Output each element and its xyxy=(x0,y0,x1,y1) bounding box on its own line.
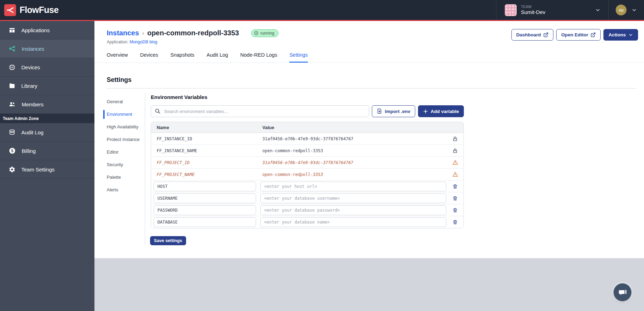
user-menu[interactable]: su xyxy=(609,0,644,20)
env-value-input[interactable] xyxy=(260,182,446,191)
env-variable-value: 31af0456-e70b-47e9-93dc-37f876764767 xyxy=(260,136,447,141)
delete-icon xyxy=(452,219,458,225)
save-settings-button[interactable]: Save settings xyxy=(150,236,186,245)
settings-nav-general[interactable]: General xyxy=(107,96,145,108)
sidebar-item-devices[interactable]: Devices xyxy=(0,58,94,77)
env-variable-row: FF_INSTANCE_NAMEopen-common-redpoll-3353 xyxy=(151,145,463,157)
document-download-icon xyxy=(377,108,382,114)
sidebar: Applications Instances Devices Library M… xyxy=(0,21,94,311)
running-status-icon xyxy=(254,31,259,35)
topbar: FlowFuse TEAM: Sumit-Dev su xyxy=(0,0,644,20)
gear-icon xyxy=(9,166,15,173)
settings-nav-security[interactable]: Security xyxy=(107,158,145,171)
team-selector[interactable]: TEAM: Sumit-Dev xyxy=(496,0,608,20)
add-variable-button[interactable]: Add variable xyxy=(418,105,464,117)
plus-icon xyxy=(423,109,428,114)
dashboard-button[interactable]: Dashboard xyxy=(511,29,554,41)
env-name-input[interactable] xyxy=(154,217,256,227)
status-badge: running xyxy=(251,29,278,37)
env-variable-row xyxy=(151,204,463,216)
external-link-icon xyxy=(590,32,596,37)
chat-widget-button[interactable] xyxy=(614,283,631,301)
breadcrumb-instances-link[interactable]: Instances xyxy=(107,29,139,37)
tab-devices[interactable]: Devices xyxy=(140,52,158,63)
team-name: Sumit-Dev xyxy=(521,9,545,15)
settings-nav-editor[interactable]: Editor xyxy=(107,146,145,158)
flowfuse-logo[interactable]: FlowFuse xyxy=(0,4,58,16)
env-variable-row xyxy=(151,192,463,204)
settings-nav: General Environment High Availability Pr… xyxy=(107,93,145,245)
delete-variable-button[interactable] xyxy=(452,219,459,226)
env-variable-value: 31af0456-e70b-47e9-93dc-37f876764767 xyxy=(260,160,447,165)
table-header: Name Value xyxy=(151,122,463,133)
settings-nav-alerts[interactable]: Alerts xyxy=(107,184,145,196)
settings-nav-high-availability[interactable]: High Availability xyxy=(107,121,145,133)
members-icon xyxy=(9,101,16,108)
env-name-input[interactable] xyxy=(154,182,256,191)
env-value-input[interactable] xyxy=(260,193,446,203)
lock-icon xyxy=(452,148,458,154)
delete-variable-button[interactable] xyxy=(452,207,459,214)
tab-overview[interactable]: Overview xyxy=(107,52,128,63)
delete-variable-button[interactable] xyxy=(452,195,459,202)
sidebar-item-audit-log[interactable]: Audit Log xyxy=(0,123,94,142)
warning-icon xyxy=(452,171,458,177)
page-title: open-common-redpoll-3353 xyxy=(147,29,239,37)
env-variables-table: Name Value FF_INSTANCE_ID31af0456-e70b-4… xyxy=(151,122,464,228)
application-label: Application: xyxy=(107,40,128,44)
sidebar-item-library[interactable]: Library xyxy=(0,77,94,95)
tab-settings[interactable]: Settings xyxy=(289,52,307,63)
delete-icon xyxy=(452,196,458,201)
env-variable-value: open-common-redpoll-3353 xyxy=(260,148,447,153)
instance-tabs: Overview Devices Snapshots Audit Log Nod… xyxy=(94,44,644,63)
sidebar-item-instances[interactable]: Instances xyxy=(0,40,94,58)
env-variable-row: FF_PROJECT_NAMEopen-common-redpoll-3353 xyxy=(151,169,463,181)
column-header-value: Value xyxy=(260,125,447,130)
settings-nav-palette[interactable]: Palette xyxy=(107,171,145,184)
import-env-button[interactable]: Import .env xyxy=(372,105,415,117)
env-value-input[interactable] xyxy=(260,205,446,215)
instances-icon xyxy=(9,45,16,52)
flowfuse-logo-icon xyxy=(4,4,16,16)
tab-snapshots[interactable]: Snapshots xyxy=(170,52,194,63)
library-folder-icon xyxy=(9,83,15,89)
env-variable-name: FF_PROJECT_NAME xyxy=(151,172,260,177)
search-input[interactable] xyxy=(151,105,369,117)
tab-node-red-logs[interactable]: Node-RED Logs xyxy=(240,52,277,63)
delete-variable-button[interactable] xyxy=(452,183,459,190)
chevron-down-icon xyxy=(628,33,633,37)
billing-icon xyxy=(9,147,16,154)
open-editor-button[interactable]: Open Editor xyxy=(556,29,601,41)
settings-nav-environment[interactable]: Environment xyxy=(107,108,145,121)
user-avatar: su xyxy=(616,5,627,15)
application-link[interactable]: MongoDB blog xyxy=(129,40,157,44)
tab-audit-log[interactable]: Audit Log xyxy=(207,52,228,63)
column-header-name: Name xyxy=(151,125,260,130)
sidebar-item-team-settings[interactable]: Team Settings xyxy=(0,160,94,179)
env-value-input[interactable] xyxy=(260,217,446,227)
env-variable-row: FF_PROJECT_ID31af0456-e70b-47e9-93dc-37f… xyxy=(151,157,463,169)
chat-icon xyxy=(618,288,627,297)
sidebar-item-applications[interactable]: Applications xyxy=(0,21,94,40)
sidebar-item-members[interactable]: Members xyxy=(0,95,94,114)
main-content: Instances › open-common-redpoll-3353 run… xyxy=(94,21,644,258)
team-avatar xyxy=(505,4,517,16)
env-variable-name: FF_PROJECT_ID xyxy=(151,160,260,165)
env-name-input[interactable] xyxy=(154,205,256,215)
team-label: TEAM: xyxy=(521,5,545,9)
env-variable-name: FF_INSTANCE_ID xyxy=(151,136,260,141)
chevron-down-icon xyxy=(631,7,637,13)
settings-heading: Settings xyxy=(107,76,644,84)
env-variable-row xyxy=(151,181,463,192)
env-name-input[interactable] xyxy=(154,193,256,203)
brand-name: FlowFuse xyxy=(20,5,58,15)
delete-icon xyxy=(452,184,458,189)
actions-button[interactable]: Actions xyxy=(603,29,638,41)
breadcrumb-separator: › xyxy=(142,30,144,37)
sidebar-item-billing[interactable]: Billing xyxy=(0,142,94,160)
team-admin-zone-label: Team Admin Zone xyxy=(0,114,94,123)
audit-log-icon xyxy=(9,129,15,136)
brand-accent-line xyxy=(0,20,644,21)
settings-nav-protect-instance[interactable]: Protect Instance xyxy=(107,133,145,146)
delete-icon xyxy=(452,207,458,213)
